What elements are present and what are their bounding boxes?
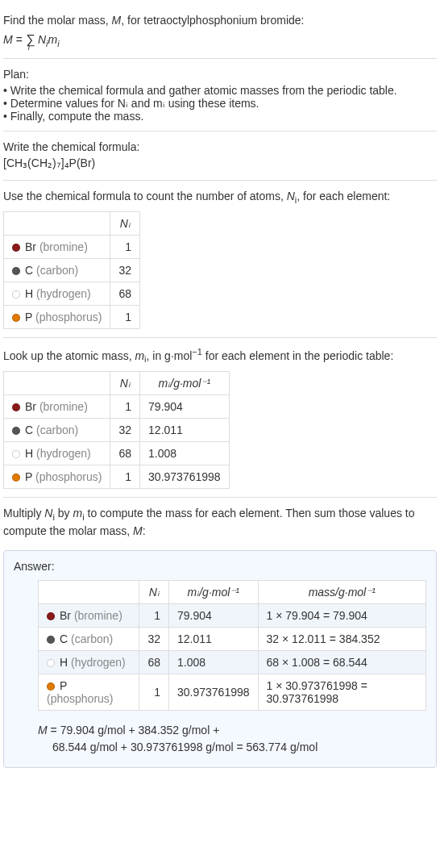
formula-mi-sub: i xyxy=(57,38,59,48)
ans-m: 1.008 xyxy=(169,650,259,674)
table-header-row: Nᵢmᵢ/g·mol⁻¹mass/g·mol⁻¹ xyxy=(39,580,426,603)
col-Ni: Nᵢ xyxy=(139,580,169,603)
element-dot xyxy=(47,682,55,691)
element-dot xyxy=(12,290,20,298)
lookup-n: 32 xyxy=(110,418,140,441)
table-header-row: Nᵢ xyxy=(4,211,140,235)
formula-N: N xyxy=(35,33,46,46)
table-row: P (phosphorus)130.9737619981 × 30.973761… xyxy=(39,674,426,710)
table-row: H (hydrogen)681.008 xyxy=(4,441,230,465)
count-table: Nᵢ Br (bromine)1 C (carbon)32 H (hydroge… xyxy=(3,211,140,329)
intro-text-a: Find the molar mass, xyxy=(3,14,112,27)
plan-item: Write the chemical formula and gather at… xyxy=(3,84,437,97)
table-row: P (phosphorus)130.973761998 xyxy=(4,465,230,488)
lookup-n: 68 xyxy=(110,441,140,465)
element-name: (phosphorus) xyxy=(47,692,114,705)
intro-var-M: M xyxy=(112,14,122,27)
element-name: (hydrogen) xyxy=(36,287,91,300)
element-dot xyxy=(12,427,20,435)
element-dot xyxy=(12,450,20,458)
col-mi: mᵢ/g·mol⁻¹ xyxy=(140,371,230,394)
lookup-heading: Look up the atomic mass, mi, in g·mol−1 … xyxy=(3,346,437,366)
plan-list: Write the chemical formula and gather at… xyxy=(3,84,437,123)
element-name: (bromine) xyxy=(74,609,122,622)
element-symbol: Br xyxy=(25,400,36,413)
element-name: (phosphorus) xyxy=(35,470,102,483)
element-dot xyxy=(47,612,55,620)
element-symbol: Br xyxy=(60,609,71,622)
formula-m: m xyxy=(48,33,58,46)
intro-formula: M = ∑i Nimi xyxy=(3,31,437,50)
ans-n: 68 xyxy=(139,650,169,674)
lookup-m: 12.011 xyxy=(140,418,230,441)
ans-m: 79.904 xyxy=(169,603,259,627)
answer-label: Answer: xyxy=(14,559,426,575)
plan-section: Plan: Write the chemical formula and gat… xyxy=(3,59,437,132)
element-symbol: Br xyxy=(25,240,36,253)
lookup-heading-a: Look up the atomic mass, xyxy=(3,348,135,361)
mult-b: by xyxy=(55,507,73,520)
lookup-m: 30.973761998 xyxy=(140,465,230,488)
element-symbol: C xyxy=(25,264,33,277)
count-heading-a: Use the chemical formula to count the nu… xyxy=(3,190,287,202)
final-calc: M = 79.904 g/mol + 384.352 g/mol + 68.54… xyxy=(38,722,426,756)
ans-m: 12.011 xyxy=(169,627,259,650)
ans-mass: 32 × 12.011 = 384.352 xyxy=(258,627,425,650)
chem-heading: Write the chemical formula: xyxy=(3,140,437,156)
table-row: C (carbon)32 xyxy=(4,258,140,282)
col-mi: mᵢ/g·mol⁻¹ xyxy=(169,580,259,603)
plan-heading: Plan: xyxy=(3,67,437,83)
element-symbol: C xyxy=(25,424,33,436)
element-symbol: P xyxy=(25,311,32,323)
element-dot xyxy=(12,244,20,252)
sigma-index: i xyxy=(28,42,30,53)
plan-item: Finally, compute the mass. xyxy=(3,110,437,123)
intro-text-c: , for tetraoctylphosphonium bromide: xyxy=(121,14,304,27)
element-dot xyxy=(12,314,20,322)
element-symbol: H xyxy=(25,447,33,460)
element-symbol: H xyxy=(25,287,33,300)
chemical-formula: [CH₃(CH₂)₇]₄P(Br) xyxy=(3,156,437,172)
table-row: Br (bromine)1 xyxy=(4,235,140,258)
table-row: C (carbon)3212.01132 × 12.011 = 384.352 xyxy=(39,627,426,650)
element-name: (bromine) xyxy=(39,400,88,413)
table-header-row: Nᵢmᵢ/g·mol⁻¹ xyxy=(4,371,230,394)
table-row: Br (bromine)179.9041 × 79.904 = 79.904 xyxy=(39,603,426,627)
ans-mass: 68 × 1.008 = 68.544 xyxy=(258,650,425,674)
count-var-N: N xyxy=(287,190,295,202)
ans-n: 1 xyxy=(139,603,169,627)
table-row: Br (bromine)179.904 xyxy=(4,394,230,418)
lookup-heading-c: , in g·mol xyxy=(147,348,193,361)
final-line1: = 79.904 g/mol + 384.352 g/mol + xyxy=(51,724,220,737)
element-dot xyxy=(12,267,20,275)
element-name: (carbon) xyxy=(71,632,113,645)
lookup-n: 1 xyxy=(110,394,140,418)
count-value: 32 xyxy=(110,258,140,282)
plan-item: Determine values for Nᵢ and mᵢ using the… xyxy=(3,97,437,110)
count-value: 1 xyxy=(110,305,140,328)
element-symbol: H xyxy=(60,656,68,669)
col-Ni: Nᵢ xyxy=(110,371,140,394)
chemical-formula-section: Write the chemical formula: [CH₃(CH₂)₇]₄… xyxy=(3,131,437,180)
lookup-table: Nᵢmᵢ/g·mol⁻¹ Br (bromine)179.904 C (carb… xyxy=(3,371,230,489)
count-value: 1 xyxy=(110,235,140,258)
sigma-symbol: ∑ xyxy=(26,32,35,46)
table-row: C (carbon)3212.011 xyxy=(4,418,230,441)
ans-mass: 1 × 30.973761998 = 30.973761998 xyxy=(258,674,425,710)
element-name: (carbon) xyxy=(36,424,78,436)
mult-a: Multiply xyxy=(3,507,44,520)
lookup-m: 79.904 xyxy=(140,394,230,418)
element-dot xyxy=(47,659,55,667)
formula-lhs: M xyxy=(3,33,13,46)
final-line2: 68.544 g/mol + 30.973761998 g/mol = 563.… xyxy=(52,739,426,756)
lookup-n: 1 xyxy=(110,465,140,488)
ans-n: 1 xyxy=(139,674,169,710)
ans-mass: 1 × 79.904 = 79.904 xyxy=(258,603,425,627)
answer-box: Answer: Nᵢmᵢ/g·mol⁻¹mass/g·mol⁻¹ Br (bro… xyxy=(3,550,437,768)
element-name: (carbon) xyxy=(36,264,78,277)
lookup-section: Look up the atomic mass, mi, in g·mol−1 … xyxy=(3,338,437,498)
multiply-section: Multiply Ni by mi to compute the mass fo… xyxy=(3,498,437,548)
intro-section: Find the molar mass, M, for tetraoctylph… xyxy=(3,5,437,59)
lookup-var-m: m xyxy=(135,348,144,361)
col-Ni: Nᵢ xyxy=(110,211,140,235)
